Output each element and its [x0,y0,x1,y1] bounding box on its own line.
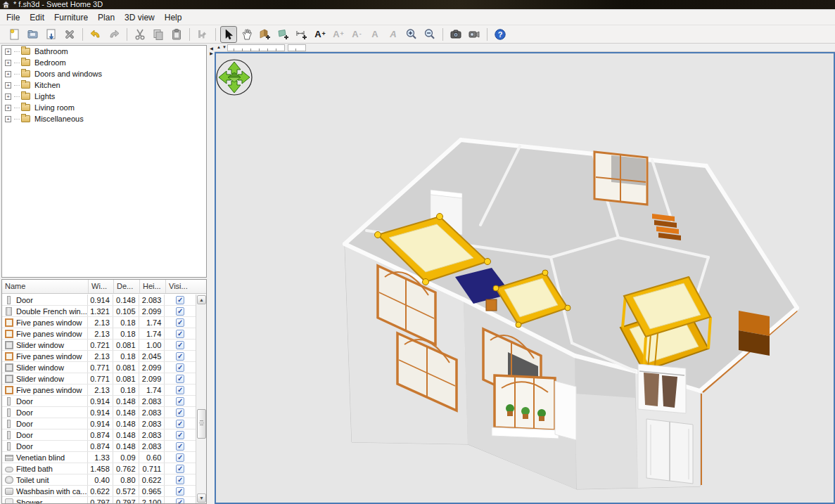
catalog-category-lights[interactable]: + Lights [2,91,206,102]
furniture-row[interactable]: Door 0.914 0.148 2.083 ✓ [2,396,196,407]
catalog-category-bathroom[interactable]: + Bathroom [2,46,206,57]
furniture-row[interactable]: Slider window 0.721 0.081 1.00 ✓ [2,340,196,351]
catalog-category-miscellaneous[interactable]: + Miscellaneous [2,113,206,124]
bold-button[interactable]: A [366,26,383,43]
expand-icon[interactable]: + [5,71,11,77]
undo-button[interactable] [87,26,104,43]
create-dimensions-button[interactable] [293,26,310,43]
visible-checkbox[interactable]: ✓ [176,397,184,406]
split-divider-vertical[interactable]: ◀ ▶ [208,44,215,504]
column-visible[interactable]: Visi... [166,280,197,293]
cut-button[interactable] [132,26,148,43]
title-bar[interactable]: * f.sh3d - Sweet Home 3D [0,0,835,10]
expand-icon[interactable]: + [5,60,11,66]
help-button[interactable]: ? [492,26,509,43]
table-scrollbar[interactable]: ▲ ▼ [196,295,206,503]
column-height[interactable]: Hei... [140,280,166,293]
visible-checkbox[interactable]: ✓ [176,487,184,496]
collapse-left-icon[interactable]: ◀ [208,46,215,51]
redo-button[interactable] [106,26,122,43]
preferences-button[interactable] [61,26,78,43]
column-width[interactable]: Wi... [89,280,114,293]
visible-checkbox[interactable]: ✓ [176,307,184,316]
expand-icon[interactable]: + [5,49,11,55]
visible-checkbox[interactable]: ✓ [176,386,184,394]
visible-checkbox[interactable]: ✓ [176,341,184,349]
paste-button[interactable] [168,26,185,43]
copy-button[interactable] [150,26,167,43]
select-tool-button[interactable] [220,26,237,43]
catalog-category-doors-and-windows[interactable]: + Doors and windows [2,68,206,79]
menu-edit[interactable]: Edit [25,11,49,24]
visible-checkbox[interactable]: ✓ [176,431,184,439]
collapse-right-icon[interactable]: ▶ [208,51,215,56]
expand-icon[interactable]: + [5,105,11,111]
catalog-category-living-room[interactable]: + Living room [2,102,206,113]
visible-checkbox[interactable]: ✓ [176,453,184,462]
create-video-button[interactable] [466,26,483,43]
pan-tool-button[interactable] [238,26,255,43]
furniture-row[interactable]: Double French win... 1.321 0.105 2.099 ✓ [2,306,196,317]
furniture-row[interactable]: Slider window 0.771 0.081 2.099 ✓ [2,362,196,373]
visible-checkbox[interactable]: ✓ [176,465,184,473]
furniture-row[interactable]: Door 0.914 0.148 2.083 ✓ [2,295,196,306]
furniture-row[interactable]: Door 0.874 0.148 2.083 ✓ [2,429,196,441]
navigation-compass[interactable] [217,60,252,95]
visible-checkbox[interactable]: ✓ [176,296,184,304]
furniture-row[interactable]: Door 0.874 0.148 2.083 ✓ [2,441,196,452]
furniture-row[interactable]: Five panes window 2.13 0.18 1.74 ✓ [2,385,196,396]
zoom-in-button[interactable] [403,26,420,43]
menu-help[interactable]: Help [160,11,187,24]
furniture-row[interactable]: Washbasin with ca... 0.622 0.572 0.965 ✓ [2,486,196,497]
furniture-row[interactable]: Slider window 0.771 0.081 2.099 ✓ [2,373,196,385]
decrease-text-size-button[interactable]: A- [348,26,365,43]
furniture-row[interactable]: Five panes window 2.13 0.18 2.045 ✓ [2,351,196,362]
visible-checkbox[interactable]: ✓ [176,408,184,417]
catalog-category-kitchen[interactable]: + Kitchen [2,79,206,91]
3d-view[interactable] [215,52,835,504]
scroll-up-button[interactable]: ▲ [197,295,206,304]
visible-checkbox[interactable]: ✓ [176,420,184,428]
column-depth[interactable]: De... [114,280,140,293]
plan-view-collapsed[interactable]: ▲▼ [215,44,835,52]
zoom-out-button[interactable] [421,26,438,43]
furniture-row[interactable]: Venetian blind 1.33 0.09 0.60 ✓ [2,452,196,463]
furniture-row[interactable]: Door 0.914 0.148 2.083 ✓ [2,418,196,429]
visible-checkbox[interactable]: ✓ [176,498,184,504]
furniture-row[interactable]: Five panes window 2.13 0.18 1.74 ✓ [2,317,196,328]
visible-checkbox[interactable]: ✓ [176,363,184,372]
visible-checkbox[interactable]: ✓ [176,476,184,484]
menu-furniture[interactable]: Furniture [49,11,93,24]
increase-text-size-button[interactable]: A+ [330,26,347,43]
visible-checkbox[interactable]: ✓ [176,375,184,383]
catalog-category-bedroom[interactable]: + Bedroom [2,57,206,68]
expand-icon[interactable]: + [5,116,11,122]
column-name[interactable]: Name [2,280,89,293]
split-divider-horizontal-icons[interactable]: ▲▼ [217,45,228,49]
open-button[interactable] [25,26,42,43]
furniture-row[interactable]: Shower 0.797 0.797 2.100 ✓ [2,497,196,503]
visible-checkbox[interactable]: ✓ [176,330,184,338]
scroll-thumb[interactable] [197,409,206,439]
expand-icon[interactable]: + [5,93,11,100]
create-rooms-button[interactable] [275,26,292,43]
menu-plan[interactable]: Plan [93,11,120,24]
expand-icon[interactable]: + [5,82,11,89]
furniture-row[interactable]: Door 0.914 0.148 2.083 ✓ [2,407,196,418]
menu-3d-view[interactable]: 3D view [120,11,160,24]
furniture-row[interactable]: Fitted bath 1.458 0.762 0.711 ✓ [2,463,196,474]
save-button[interactable] [43,26,60,43]
create-photo-button[interactable] [447,26,464,43]
create-walls-button[interactable] [257,26,274,43]
add-text-button[interactable]: A+ [312,26,329,43]
visible-checkbox[interactable]: ✓ [176,442,184,451]
new-plan-button[interactable] [6,26,23,43]
furniture-row[interactable]: Five panes window 2.13 0.18 1.74 ✓ [2,328,196,340]
visible-checkbox[interactable]: ✓ [176,318,184,327]
visible-checkbox[interactable]: ✓ [176,352,184,361]
furniture-row[interactable]: Toilet unit 0.40 0.80 0.622 ✓ [2,474,196,486]
italic-button[interactable]: A [385,26,402,43]
menu-file[interactable]: File [1,11,25,24]
add-furniture-button[interactable] [194,26,211,43]
scroll-down-button[interactable]: ▼ [197,493,206,503]
